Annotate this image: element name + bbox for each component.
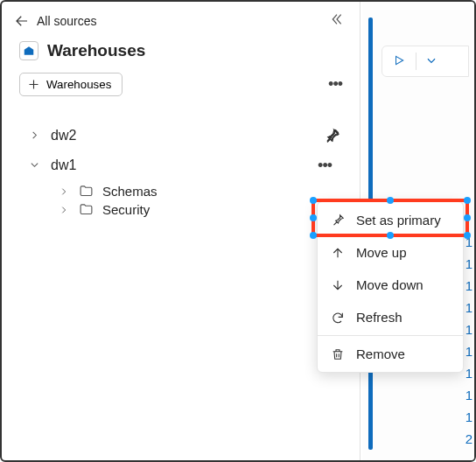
chevron-right-icon (60, 185, 70, 199)
add-warehouses-button[interactable]: Warehouses (19, 73, 122, 96)
warehouse-tree: dw2 dw1 ••• Schemas (2, 105, 360, 217)
sources-panel: All sources Warehouses Warehouses ••• (2, 2, 360, 460)
run-button[interactable] (382, 54, 416, 69)
folder-icon (79, 184, 94, 199)
menu-item-move-up[interactable]: Move up (318, 236, 463, 269)
tree-item-label: Schemas (102, 184, 158, 199)
pin-icon[interactable] (325, 128, 340, 144)
chevron-right-icon (30, 129, 40, 143)
menu-item-label: Remove (356, 346, 405, 361)
refresh-icon (330, 311, 346, 325)
tree-item-dw2[interactable]: dw2 (30, 121, 351, 150)
context-menu: Set as primary Move up Move down Refresh (317, 201, 464, 373)
tree-item-dw1[interactable]: dw1 ••• (30, 150, 351, 180)
run-dropdown-icon[interactable] (416, 54, 446, 69)
back-arrow-icon[interactable] (14, 13, 30, 29)
arrow-down-icon (330, 278, 346, 292)
add-button-label: Warehouses (46, 78, 111, 91)
trash-icon (330, 347, 346, 361)
plus-icon (27, 78, 40, 91)
menu-item-set-primary[interactable]: Set as primary (318, 204, 463, 236)
more-options-icon[interactable]: ••• (318, 157, 332, 175)
tree-item-schemas[interactable]: Schemas (30, 184, 351, 199)
pin-icon (330, 213, 346, 228)
chevron-right-icon (60, 203, 70, 217)
arrow-up-icon (330, 246, 346, 260)
divider (318, 335, 463, 336)
menu-item-label: Move up (356, 245, 407, 260)
menu-item-move-down[interactable]: Move down (318, 269, 463, 301)
menu-item-remove[interactable]: Remove (318, 338, 463, 370)
menu-item-label: Refresh (356, 310, 402, 325)
tree-item-label: Security (102, 202, 150, 217)
menu-item-refresh[interactable]: Refresh (318, 301, 463, 333)
more-options-icon[interactable]: ••• (328, 75, 342, 94)
line-numbers: 1 1 1 1 1 1 1 1 1 2 (466, 231, 472, 450)
chevron-down-icon (30, 158, 40, 172)
breadcrumb[interactable]: All sources (37, 14, 96, 28)
page-title: Warehouses (47, 41, 145, 60)
tree-item-label: dw1 (51, 158, 76, 173)
menu-item-label: Move down (356, 277, 424, 292)
warehouse-icon (19, 41, 38, 60)
folder-icon (79, 202, 94, 217)
collapse-panel-icon[interactable] (330, 12, 344, 29)
menu-item-label: Set as primary (356, 213, 441, 228)
tree-item-label: dw2 (51, 128, 76, 144)
tree-item-security[interactable]: Security (30, 202, 351, 217)
run-button-group (382, 46, 469, 77)
